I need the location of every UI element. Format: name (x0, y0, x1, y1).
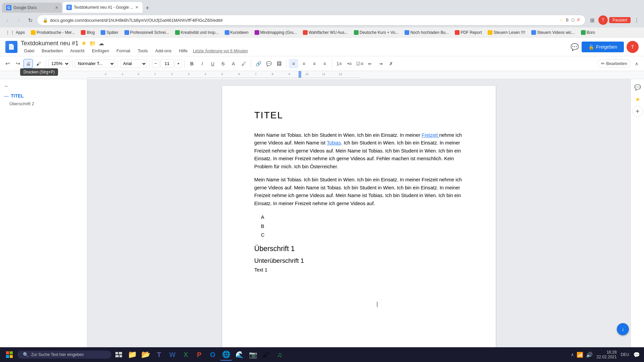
cloud-icon[interactable]: ☁ (99, 40, 104, 47)
layout-indicator[interactable]: DEU (621, 352, 629, 357)
menu-einfugen[interactable]: Einfügen (89, 48, 112, 54)
font-select[interactable]: Arial (120, 59, 147, 68)
task-view-button[interactable] (113, 349, 125, 361)
sidebar-star-button[interactable]: ★ (632, 94, 643, 105)
taskbar-browser[interactable]: 🌐 (220, 349, 232, 361)
taskbar-explorer[interactable]: 📁 (126, 349, 138, 361)
tab2-close[interactable]: ✕ (135, 5, 139, 10)
zoom-select[interactable]: 125% (48, 59, 70, 68)
bookmark-apps[interactable]: ⋮⋮ Apps (3, 29, 28, 36)
reload-button[interactable]: ↻ (25, 15, 35, 25)
taskbar-outlook[interactable]: O (207, 349, 219, 361)
notification-icons[interactable]: ∧ (571, 352, 574, 357)
font-size-input[interactable] (160, 59, 174, 68)
numberedlist-button[interactable]: 1≡ (334, 59, 344, 68)
last-saved[interactable]: Letzte Änderung vor 6 Minuten (193, 49, 248, 53)
font-size-decrease[interactable]: − (152, 59, 159, 68)
bookmark-steuern2[interactable]: Steuern Videos wic... (529, 29, 578, 36)
taskbar-powerpoint[interactable]: P (193, 349, 205, 361)
taskbar-files[interactable]: 📂 (140, 349, 152, 361)
outline-h2-item[interactable]: Überschrift 2 (4, 101, 83, 106)
strikethrough-button[interactable]: S (218, 59, 228, 68)
extension-icon-1[interactable]: Β (566, 18, 569, 22)
menu-ansicht[interactable]: Ansicht (67, 48, 88, 54)
decrease-indent-button[interactable]: ⇤ (366, 59, 375, 68)
bookmark-professionell[interactable]: Professionell Schrei... (122, 29, 172, 36)
sidebar-comment-button[interactable]: 💬 (632, 82, 643, 93)
extensions-button[interactable]: ⊞ (588, 15, 597, 25)
volume-icon[interactable]: 🔊 (586, 352, 593, 358)
bulletlist-button[interactable]: •≡ (345, 59, 354, 68)
link-button[interactable]: 🔗 (254, 59, 263, 68)
italic-button[interactable]: I (198, 59, 207, 68)
text-color-button[interactable]: A (229, 59, 238, 68)
star-icon[interactable]: ★ (81, 40, 87, 47)
user-avatar[interactable]: T (627, 41, 639, 53)
forward-button[interactable]: › (14, 15, 23, 25)
floating-action-button[interactable]: ↓ (617, 323, 629, 335)
bookmark-wahlfacher[interactable]: Wahlfächer WU Aus... (300, 29, 351, 36)
outline-back-button[interactable]: ← (4, 83, 83, 89)
style-select[interactable]: Normaler T... (75, 59, 115, 68)
folder-icon[interactable]: 📁 (89, 40, 96, 47)
taskbar-teams[interactable]: T (153, 349, 165, 361)
address-bar[interactable]: 🔒 docs.google.com/document/d/1hUH8k6h7Lb… (37, 15, 586, 25)
start-button[interactable] (3, 348, 16, 361)
taskbar-word[interactable]: W (166, 349, 178, 361)
tab1-close[interactable]: ✕ (55, 5, 58, 10)
extension-icon-2[interactable]: ⬡ (571, 18, 575, 22)
tobias-link[interactable]: Tobias (327, 140, 341, 145)
new-tab-button[interactable]: + (143, 3, 152, 13)
extension-icon-3[interactable]: P (577, 18, 580, 22)
back-button[interactable]: ‹ (3, 15, 12, 25)
bookmark-mindmapping[interactable]: Mindmapping (Gru... (252, 29, 300, 36)
bookmark-kursideen[interactable]: Kursideen (222, 29, 251, 36)
font-size-increase[interactable]: + (175, 59, 182, 68)
menu-datei[interactable]: Datei (21, 48, 38, 54)
profile-button[interactable]: T (598, 15, 608, 25)
align-justify-button[interactable]: ≡ (320, 59, 329, 68)
network-icon[interactable]: 📶 (577, 352, 583, 358)
clear-format-button[interactable]: ✗ (386, 59, 396, 68)
browser-tab-2[interactable]: D Textdokument neu #1 - Google ... ✕ (62, 2, 143, 13)
browser-tab-1[interactable]: G Google Docs ✕ (2, 3, 62, 13)
document-scroll-area[interactable]: TITEL Mein Name ist Tobias. Ich bin Stud… (87, 79, 631, 362)
bold-button[interactable]: B (187, 59, 197, 68)
increase-indent-button[interactable]: ⇥ (376, 59, 385, 68)
expand-toolbar-button[interactable]: ∧ (632, 59, 641, 68)
bookmark-produktsuche[interactable]: Produktsuche - Mer... (28, 29, 77, 36)
taskbar-app2[interactable]: 🖊 (260, 349, 272, 361)
bookmark-hochladen[interactable]: Noch hochladen Bu... (402, 29, 451, 36)
menu-format[interactable]: Format (113, 48, 133, 54)
highlight-button[interactable]: 🖊 (239, 59, 249, 68)
document-page[interactable]: TITEL Mein Name ist Tobias. Ich bin Stud… (222, 86, 496, 362)
paint-format-button[interactable]: 🖌 (34, 59, 43, 68)
menu-tools[interactable]: Tools (134, 48, 151, 54)
bookmark-star[interactable]: ☆ (559, 18, 563, 23)
align-left-button[interactable]: ≡ (289, 59, 298, 68)
print-button[interactable]: 🖨 (23, 59, 33, 68)
bookmark-spater[interactable]: Später (98, 29, 121, 36)
share-button[interactable]: 🔓 Freigeben (582, 42, 624, 52)
bookmark-deutsche[interactable]: Deutsche Kurs + Vo... (351, 29, 401, 36)
underline-button[interactable]: U (208, 59, 217, 68)
sidebar-add-button[interactable]: + (632, 106, 643, 117)
bookmark-buro[interactable]: Büro (578, 29, 598, 36)
taskbar-clock[interactable]: 16:28 22.02.2021 (595, 350, 618, 359)
bookmark-kreativitat[interactable]: Kreativität und Insp... (172, 29, 221, 36)
pause-button[interactable]: Pausiert (609, 17, 631, 23)
notification-center[interactable]: 💬 (632, 350, 641, 359)
edit-mode-toggle[interactable]: ✏ Bearbeiten (597, 59, 631, 68)
comment-button[interactable]: 💬 (264, 59, 273, 68)
search-bar[interactable]: 🔍 Zur Suche Text hier eingeben (17, 351, 111, 359)
chrome-menu[interactable]: ⋮ (632, 15, 641, 25)
menu-addons[interactable]: Add-ons (152, 48, 175, 54)
undo-button[interactable]: ↩ (3, 59, 12, 68)
outline-title-item[interactable]: — TITEL (4, 93, 83, 99)
align-center-button[interactable]: ≡ (299, 59, 309, 68)
bookmark-blog[interactable]: Blog (78, 29, 97, 36)
menu-bearbeiten[interactable]: Bearbeiten (38, 48, 66, 54)
checklist-button[interactable]: ☑≡ (355, 59, 365, 68)
taskbar-camera[interactable]: 📷 (247, 349, 259, 361)
align-right-button[interactable]: ≡ (310, 59, 319, 68)
